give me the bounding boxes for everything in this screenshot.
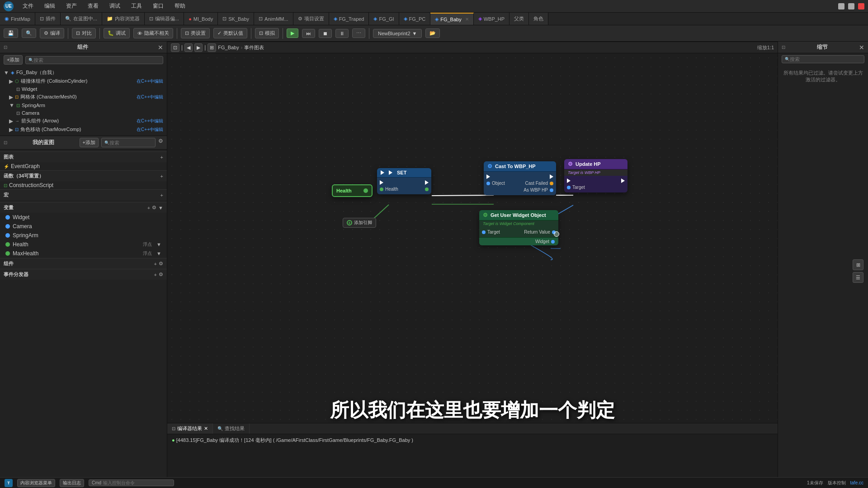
component-springarm[interactable]: ▼ ⊡ SpringArm <box>0 101 167 109</box>
set-exec-in[interactable] <box>380 180 383 185</box>
simulation-btn[interactable]: ⊡ 模拟 <box>255 28 279 38</box>
update-target-in[interactable] <box>567 186 571 189</box>
macros-header[interactable]: 宏 + <box>0 190 167 200</box>
component-collision[interactable]: ▶ ⬡ 碰撞体组件 (CollisionCylinder) 在C++中编辑 <box>0 77 167 85</box>
menu-file[interactable]: 文件 <box>21 1 35 11</box>
components-close[interactable]: ✕ <box>158 44 163 51</box>
var-maxhealth[interactable]: MaxHealth 浮点 ▼ <box>0 249 167 258</box>
close-btn[interactable] <box>858 3 864 9</box>
event-dispatchers-header[interactable]: 事件分发器 + ⚙ <box>0 269 167 280</box>
blueprints-search-input[interactable] <box>109 140 152 145</box>
content-browser-btn[interactable]: 内容浏览器菜单 <box>17 479 55 487</box>
folder-btn[interactable]: 📂 <box>425 28 440 38</box>
nav-forward[interactable]: ▶ <box>194 43 203 52</box>
tab-wbphp[interactable]: ◈ WBP_HP <box>474 13 509 25</box>
cast-aswbp-pin[interactable] <box>550 188 553 192</box>
components-search[interactable]: 🔍 <box>25 56 163 64</box>
widget-target-in[interactable] <box>482 230 486 234</box>
tab-fgtraped[interactable]: ◈ FG_Traped <box>329 13 369 25</box>
tab-fggi[interactable]: ◈ FG_GI <box>369 13 399 25</box>
tab-mibody[interactable]: ● MI_Body <box>184 13 218 25</box>
output-log-btn[interactable]: 输出日志 <box>60 479 84 487</box>
tab-char[interactable]: 角色 <box>529 13 548 25</box>
var-widget[interactable]: Widget <box>0 213 167 222</box>
components-bottom-header[interactable]: 组件 + ⚙ <box>0 258 167 269</box>
save-btn[interactable]: 💾 <box>4 28 18 38</box>
cast-exec-out[interactable] <box>550 174 553 179</box>
grid-view-btn[interactable]: ⊞ <box>853 259 863 270</box>
menu-edit[interactable]: 编辑 <box>42 1 57 11</box>
play-btn[interactable]: ▶ <box>287 28 298 38</box>
component-charmove[interactable]: ▶ ⊡ 角色移动 (CharMoveComp) 在C++中编辑 <box>0 125 167 134</box>
menu-help[interactable]: 帮助 <box>173 1 187 11</box>
menu-view[interactable]: 查看 <box>86 1 100 11</box>
tab-plugin[interactable]: ⊡ 插件 <box>35 13 61 25</box>
nav-back[interactable]: ◀ <box>184 43 193 52</box>
node-get-widget[interactable]: ⚙ Get User Widget Object Target is Widge… <box>479 210 558 245</box>
list-view-btn[interactable]: ☰ <box>853 272 863 283</box>
tab-animmm[interactable]: ⊡ AnimMM... <box>254 13 293 25</box>
menu-window[interactable]: 窗口 <box>151 1 165 11</box>
event-graph-item[interactable]: ⚡ EventGraph <box>0 162 167 170</box>
node-set[interactable]: SET Health <box>377 168 431 194</box>
component-arrow[interactable]: ▶ → 箭头组件 (Arrow) 在C++中编辑 <box>0 117 167 125</box>
functions-header[interactable]: 函数（34可重置） + <box>0 171 167 181</box>
update-exec-out[interactable] <box>621 178 625 183</box>
blueprints-search[interactable]: 🔍 <box>101 138 156 147</box>
minimize-btn[interactable] <box>838 3 844 9</box>
tab-content[interactable]: 📁 内容浏览器 <box>102 13 145 25</box>
step-btn[interactable]: ⏭ <box>302 29 315 38</box>
set-health-out[interactable] <box>425 188 429 191</box>
more-btn[interactable]: ⋯ <box>352 28 365 38</box>
compile-btn[interactable]: ⚙ 编译 <box>40 28 64 38</box>
tab-search[interactable]: 🔍 在蓝图中... <box>61 13 102 25</box>
breadcrumb-graph[interactable]: 事件图表 <box>244 44 264 51</box>
tab-editor[interactable]: ⊡ 编辑器偏... <box>145 13 184 25</box>
maximize-btn[interactable] <box>848 3 854 9</box>
tafe-link[interactable]: tafe.cc <box>850 480 863 485</box>
add-pin-node[interactable]: + 添加引脚 <box>343 218 376 228</box>
widget-bottom-pin[interactable] <box>551 240 555 244</box>
component-camera[interactable]: ⊡ Camera <box>0 109 167 117</box>
node-cast[interactable]: ⚙ Cast To WBP_HP <box>484 161 556 195</box>
tab-fgbaby[interactable]: ◈ FG_Baby ✕ <box>430 13 473 25</box>
canvas-area[interactable]: ⊡ | ◀ ▶ | ⊞ FG_Baby › 事件图表 缩放1:1 <box>167 42 778 477</box>
cast-exec-in[interactable] <box>486 174 490 179</box>
diff-btn[interactable]: ⊡ 对比 <box>72 28 96 38</box>
compiler-tab[interactable]: ⊡ 编译器结果 ✕ <box>167 423 213 434</box>
construction-script-item[interactable]: ⊡ ConstructionScript <box>0 181 167 189</box>
find-btn[interactable]: 🔍 <box>22 28 36 38</box>
node-update-hp[interactable]: ⚙ Update HP Target is WBP HP <box>564 159 627 192</box>
var-springarm[interactable]: SpringArm <box>0 231 167 240</box>
cmd-input[interactable] <box>103 480 171 485</box>
cast-object-in[interactable] <box>486 182 490 185</box>
var-health[interactable]: Health 浮点 ▼ <box>0 240 167 249</box>
hide-btn[interactable]: 👁 隐藏不相关 <box>133 28 173 38</box>
tab-project[interactable]: ⚙ 项目设置 <box>293 13 329 25</box>
class-settings-btn[interactable]: ⊡ 类设置 <box>181 28 210 38</box>
compiler-tab-close[interactable]: ✕ <box>204 426 208 432</box>
tab-skbaby[interactable]: ⊡ SK_Baby <box>218 13 254 25</box>
component-widget[interactable]: ⊡ Widget <box>0 85 167 93</box>
debug-btn[interactable]: 🐛 调试 <box>104 28 130 38</box>
nav-grid[interactable]: ⊞ <box>208 43 216 52</box>
right-search[interactable]: 🔍 <box>782 55 864 63</box>
find-tab[interactable]: 🔍 查找结果 <box>213 423 250 434</box>
right-panel-close[interactable]: ✕ <box>859 44 864 51</box>
set-exec-out[interactable] <box>425 180 429 185</box>
tab-fgpc[interactable]: ◈ FG_PC <box>399 13 431 25</box>
tab-parent[interactable]: 父类 <box>509 13 529 25</box>
tab-close-fgbaby[interactable]: ✕ <box>465 17 469 22</box>
component-fgbaby[interactable]: ▼ ◈ FG_Baby（自我） <box>0 68 167 77</box>
stop-btn[interactable]: ⏹ <box>319 29 332 38</box>
var-camera[interactable]: Camera <box>0 222 167 231</box>
pause-btn[interactable]: ⏸ <box>335 29 349 38</box>
component-mesh[interactable]: ▶ ⊡ 网格体 (CharacterMesh0) 在C++中编辑 <box>0 93 167 101</box>
graph-header[interactable]: 图表 + <box>0 152 167 162</box>
breadcrumb-root[interactable]: FG_Baby <box>218 45 239 50</box>
health-out-pin[interactable] <box>363 188 368 193</box>
add-blueprint-btn[interactable]: +添加 <box>80 138 99 147</box>
blueprint-dropdown[interactable]: NewBlueprint2 ▼ <box>373 29 422 38</box>
add-component-btn[interactable]: +添加 <box>4 55 23 65</box>
menu-tools[interactable]: 工具 <box>129 1 144 11</box>
